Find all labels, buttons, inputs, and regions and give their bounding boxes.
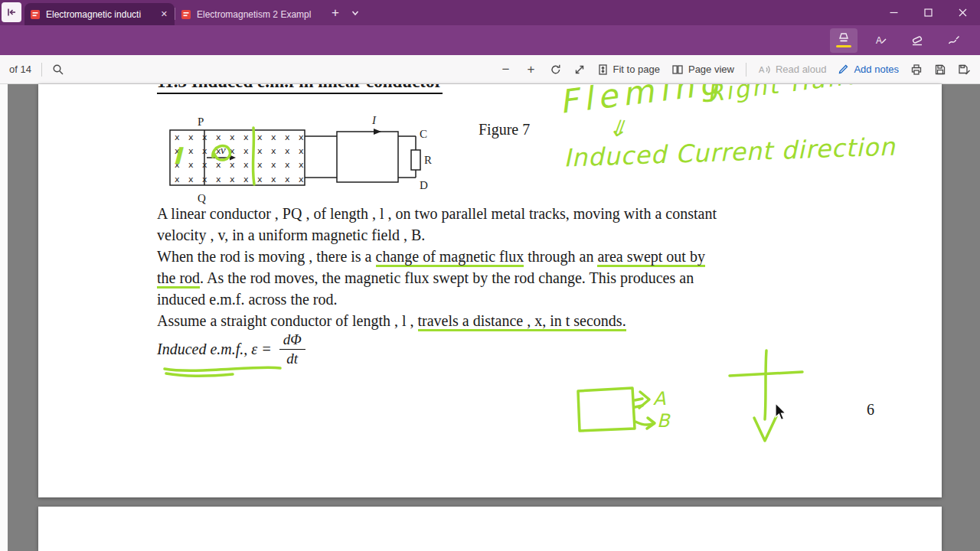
svg-text:A: A	[759, 65, 765, 74]
close-button[interactable]	[946, 0, 980, 25]
search-icon	[52, 64, 64, 76]
read-aloud-label: Read aloud	[776, 64, 827, 75]
rotate-button[interactable]	[550, 64, 562, 76]
tab-bar: Electromagnetic inducti ✕ Electromagneti…	[0, 0, 980, 25]
pdf-toolbar: of 14 − +	[0, 55, 980, 84]
zoom-out-button[interactable]: −	[499, 62, 513, 77]
add-notes-label: Add notes	[854, 64, 899, 75]
eraser-icon	[910, 34, 924, 47]
body-line: velocity , v, in a uniform magnetic fiel…	[157, 224, 873, 246]
ink-v-arrowhead	[754, 416, 776, 441]
window-controls	[877, 0, 980, 25]
tab-electromagnetism-2[interactable]: Electromagnetism 2 Exampl	[175, 3, 325, 25]
highlighter-color-bar	[836, 45, 851, 47]
section-title: 11.3 Induced e.m.f in linear conductor	[157, 84, 443, 94]
figure-label-d: D	[420, 179, 428, 191]
page-indicator: of 14	[9, 64, 31, 75]
ink-cross-horizontal	[730, 372, 802, 376]
text-highlight-icon: A	[874, 34, 887, 47]
ink-right-hand-rule-text: Right Hand Rule	[705, 84, 933, 107]
eraser-tool-button[interactable]	[903, 28, 931, 53]
tab-actions-button[interactable]	[2, 2, 21, 22]
chevron-down-icon	[351, 8, 360, 18]
read-aloud-button[interactable]: A Read aloud	[758, 64, 827, 76]
svg-text:A: A	[876, 35, 882, 46]
mouse-cursor	[775, 403, 792, 422]
green-underlined-text: the rod	[157, 269, 200, 289]
close-icon	[959, 8, 967, 17]
formula-denominator: dt	[286, 350, 298, 367]
field-x-marks: x x x x x x x x x x	[175, 146, 307, 156]
save-as-button[interactable]	[958, 64, 971, 76]
page-view-button[interactable]: Page view	[671, 64, 734, 76]
ink-down-arrow: ⇓	[606, 114, 629, 142]
body-text-segment: through an	[524, 248, 597, 265]
minimize-button[interactable]	[877, 0, 911, 25]
save-icon	[934, 64, 946, 76]
ink-arrow-a-head	[639, 392, 649, 408]
ink-underline-formula	[165, 367, 280, 370]
page-number: 6	[867, 401, 874, 419]
print-button[interactable]	[910, 64, 923, 76]
tab-electromagnetic-induction[interactable]: Electromagnetic inducti ✕	[24, 3, 175, 25]
figure-label-v: v	[220, 144, 226, 156]
maximize-button[interactable]	[911, 0, 946, 25]
circuit-figure: P x x x x x x x x x x x x x x x x x x x …	[153, 113, 475, 213]
read-aloud-icon: A	[758, 64, 771, 76]
ink-arrow-a-line1	[635, 399, 642, 400]
document-area[interactable]: 11.3 Induced e.m.f in linear conductor P…	[0, 84, 980, 551]
pdf-page-1: 11.3 Induced e.m.f in linear conductor P…	[38, 84, 942, 497]
save-as-icon	[958, 64, 971, 76]
field-x-marks: x x x x x x x x x x	[175, 132, 307, 142]
figure-caption: Figure 7	[479, 121, 530, 139]
maximize-icon	[924, 8, 933, 17]
pdf-page-2	[38, 507, 942, 551]
figure-label-p: P	[198, 116, 204, 128]
annotation-toolbar: A	[0, 25, 980, 55]
body-line: induced e.m.f. across the rod.	[157, 289, 873, 310]
body-line: A linear conductor , PQ , of length , l …	[157, 203, 873, 224]
tab-close-icon[interactable]: ✕	[159, 9, 169, 19]
zoom-in-button[interactable]: +	[524, 62, 538, 77]
tab-label: Electromagnetism 2 Exampl	[197, 9, 320, 20]
ink-current-i-label: I	[173, 142, 181, 169]
save-button[interactable]	[934, 64, 946, 76]
formula-fraction: dΦ dt	[279, 331, 305, 367]
fullscreen-button[interactable]	[573, 64, 586, 76]
body-text-segment: A linear conductor , PQ , of length , l …	[157, 205, 717, 222]
figure-label-current: I	[371, 114, 377, 126]
ink-underline-formula-2	[166, 373, 233, 376]
fit-to-page-label: Fit to page	[613, 64, 660, 75]
tab-label: Electromagnetic inducti	[46, 9, 154, 20]
tab-actions-icon	[5, 6, 18, 18]
ink-arrow-b-head	[647, 418, 655, 429]
ink-arrow-a-line2	[635, 406, 642, 407]
text-highlight-tool-button[interactable]: A	[867, 28, 894, 53]
search-button[interactable]	[52, 64, 64, 76]
add-notes-button[interactable]: Add notes	[838, 64, 899, 75]
highlighter-icon	[837, 33, 851, 44]
new-tab-button[interactable]: +	[325, 3, 345, 23]
figure-label-r: R	[424, 154, 432, 166]
body-line: the rod. As the rod moves, the magnetic …	[157, 267, 873, 289]
highlighter-tool-button[interactable]	[830, 28, 858, 53]
fit-to-page-button[interactable]: Fit to page	[597, 64, 660, 76]
formula-induced-emf: Induced e.m.f., ε = dΦ dt	[157, 331, 305, 367]
viewer-left-strip	[0, 84, 8, 551]
ink-label-b: B	[657, 410, 669, 432]
pdf-file-icon	[30, 9, 41, 20]
page-view-label: Page view	[688, 64, 734, 75]
body-line: When the rod is moving , there is a chan…	[157, 246, 873, 267]
figure-label-c: C	[420, 128, 427, 140]
body-text-segment: . As the rod moves, the magnetic flux sw…	[200, 269, 694, 286]
fit-to-page-icon	[597, 64, 609, 76]
tab-list-chevron-icon[interactable]	[345, 3, 365, 23]
minimize-icon	[890, 8, 898, 17]
draw-tool-button[interactable]	[940, 28, 968, 53]
ink-fleming-text: Fleming	[557, 84, 727, 121]
zoom-out-icon: −	[499, 62, 513, 77]
body-text-segment: Assume a straight conductor of length , …	[157, 312, 418, 329]
ink-cross-vertical	[765, 350, 766, 419]
body-text-segment: velocity , v, in a uniform magnetic fiel…	[157, 227, 425, 243]
green-underlined-text: travels a distance , x, in t seconds.	[418, 312, 626, 331]
